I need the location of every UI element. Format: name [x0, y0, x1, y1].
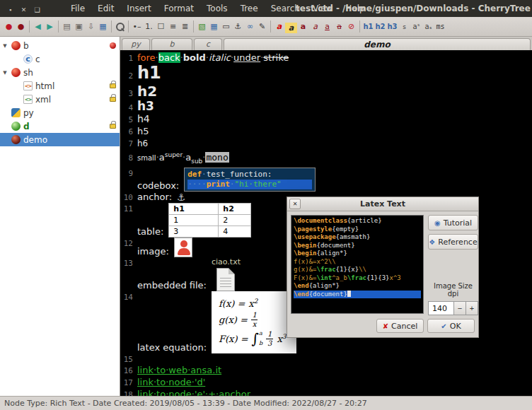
fg-color-icon[interactable]: a	[273, 19, 285, 35]
cherry-latest-icon[interactable]: ●	[15, 19, 27, 35]
reference-icon: ❖	[429, 238, 435, 246]
tab-b[interactable]: b	[151, 38, 192, 50]
find-icon[interactable]	[114, 19, 126, 35]
lock-icon	[110, 124, 116, 129]
link-text[interactable]: link·to·node·'e'·+·anchor	[137, 389, 250, 396]
small-text-icon[interactable]: s	[398, 19, 410, 35]
italic-icon[interactable]: a	[309, 19, 321, 35]
go-forward-icon[interactable]: ▶	[44, 19, 56, 35]
line-content: fore·back·bold·italic·under·strike	[133, 52, 289, 64]
h2-icon[interactable]: h2	[374, 19, 386, 35]
numbered-list-icon[interactable]: 1.	[143, 19, 155, 35]
expander-icon[interactable]: ▼	[1, 70, 8, 76]
dpi-decrease-button[interactable]: −	[454, 301, 466, 315]
bold-icon[interactable]: a	[297, 19, 309, 35]
tree-node-py[interactable]: py	[0, 106, 120, 119]
editor-line: 15	[122, 353, 532, 364]
go-back-icon[interactable]: ◀	[32, 19, 44, 35]
window-close[interactable]: ✕	[18, 4, 30, 16]
subscript-icon[interactable]: aₛ	[422, 19, 434, 35]
tree-node-demo[interactable]: demo	[0, 133, 120, 146]
strike-icon[interactable]: a	[333, 19, 345, 35]
line-label: latex equation:	[137, 342, 207, 353]
bg-color-icon[interactable]: a	[285, 23, 297, 33]
insert-codebox-icon[interactable]: ▭	[220, 19, 232, 35]
embedded-file[interactable]: ciao.txt	[212, 257, 241, 291]
latex-source-line: g(x)&=\frac{1}{x}\\	[294, 266, 421, 274]
clear-format-icon[interactable]: ⊘	[345, 19, 357, 35]
todo-list-icon[interactable]: ☐	[155, 19, 167, 35]
ok-label: OK	[450, 322, 461, 331]
toggle-tree-icon[interactable]: ▤	[61, 19, 73, 35]
cancel-button[interactable]: ✘ Cancel	[376, 319, 424, 333]
latex-eq-g: g(x) = 1 x	[219, 311, 287, 328]
menu-insert[interactable]: Insert	[120, 0, 157, 17]
insert-anchor-icon[interactable]: ⚓	[232, 19, 244, 35]
menu-edit[interactable]: Edit	[91, 0, 120, 17]
h3-icon[interactable]: h3	[386, 19, 398, 35]
bookmarks-icon[interactable]: ●	[3, 19, 15, 35]
fraction-numerator: 1	[267, 330, 272, 339]
reference-button[interactable]: ❖ Reference	[428, 234, 478, 250]
latex-equation-image[interactable]: f(x) = x2 g(x) = 1 x F(x) = ∫ a b	[212, 291, 296, 353]
latex-source-line: \pagestyle{empty}	[294, 226, 421, 234]
latex-source-line: \documentclass{article}	[294, 217, 421, 226]
dialog-close-button[interactable]: ✕	[289, 199, 301, 209]
menu-format[interactable]: Format	[158, 0, 200, 17]
tab-c[interactable]: c	[194, 38, 222, 50]
line-label: table:	[137, 226, 163, 238]
text-run: print	[207, 180, 230, 189]
window-menu[interactable]: ▪	[4, 4, 16, 16]
edit-icon[interactable]: ✎	[256, 19, 268, 35]
dialog-titlebar[interactable]: ✕ Latex Text	[287, 197, 478, 211]
text-run: h3	[137, 99, 154, 113]
tab-demo[interactable]: demo	[224, 38, 531, 50]
link-text[interactable]: link·to·web·ansa.it	[137, 365, 221, 375]
monospace-icon[interactable]: ms	[434, 19, 446, 35]
tree-node-c[interactable]: cc	[0, 52, 120, 66]
latex-source-editor[interactable]: \documentclass{article}\pagestyle{empty}…	[291, 215, 424, 314]
save-icon[interactable]: ▣	[73, 19, 85, 35]
underline-icon[interactable]: a	[321, 19, 333, 35]
tree-node-html[interactable]: <>html	[0, 79, 120, 93]
codebox[interactable]: def·test_function:····print·"hi·there"	[184, 168, 316, 192]
bulleted-list-icon[interactable]: •–	[131, 19, 143, 35]
tree-node-d[interactable]: d	[0, 119, 120, 133]
align-left-icon[interactable]: ≡	[167, 19, 179, 35]
dpi-increase-button[interactable]: +	[466, 301, 478, 315]
tree-node-b[interactable]: ▼b	[0, 39, 120, 52]
line-number: 12	[122, 238, 133, 248]
tab-py[interactable]: py	[122, 38, 150, 50]
cancel-icon: ✘	[383, 322, 388, 330]
text-run: g(x)&=	[294, 266, 317, 273]
latex-text: g(x) =	[219, 315, 248, 325]
superscript-icon[interactable]: aˢ	[410, 19, 422, 35]
menu-file[interactable]: File	[64, 0, 91, 17]
expander-icon[interactable]: ▼	[1, 43, 8, 49]
tutorial-button[interactable]: ◉ Tutorial	[428, 215, 478, 230]
insert-link-icon[interactable]: ∞	[244, 19, 256, 35]
insert-table-icon[interactable]: ▦	[208, 19, 220, 35]
export-icon[interactable]: ⇩	[85, 19, 97, 35]
link-text[interactable]: link·to·node·'d'	[137, 377, 205, 387]
align-justify-icon[interactable]: ≣	[179, 19, 191, 35]
embedded-image[interactable]	[174, 238, 192, 257]
menu-tools[interactable]: Tools	[200, 0, 234, 17]
tree-node-sh[interactable]: ▼sh	[0, 66, 120, 79]
text-run: bold	[183, 52, 206, 63]
editor-line: 2h1	[122, 64, 532, 83]
embedded-table[interactable]: h1h21234	[168, 203, 251, 238]
ok-button[interactable]: ✔ OK	[427, 319, 475, 333]
text-run: super	[165, 151, 183, 158]
tree-panel[interactable]: ▼bcc▼sh<>html<>xmlpyddemo	[0, 37, 120, 396]
node-properties-icon[interactable]: ▦	[97, 19, 109, 35]
toolbar-separator	[193, 20, 194, 33]
menu-tree[interactable]: Tree	[234, 0, 265, 17]
integral-sign: ∫ a b	[252, 331, 263, 346]
h1-icon[interactable]: h1	[362, 19, 374, 35]
window-maximize[interactable]: ❑	[31, 4, 43, 16]
dpi-input[interactable]: 140	[428, 301, 454, 315]
tree-node-xml[interactable]: <>xml	[0, 93, 120, 106]
editor-line: 8small·asuper·asub·mono	[122, 149, 532, 168]
insert-image-icon[interactable]: ▧	[196, 19, 208, 35]
